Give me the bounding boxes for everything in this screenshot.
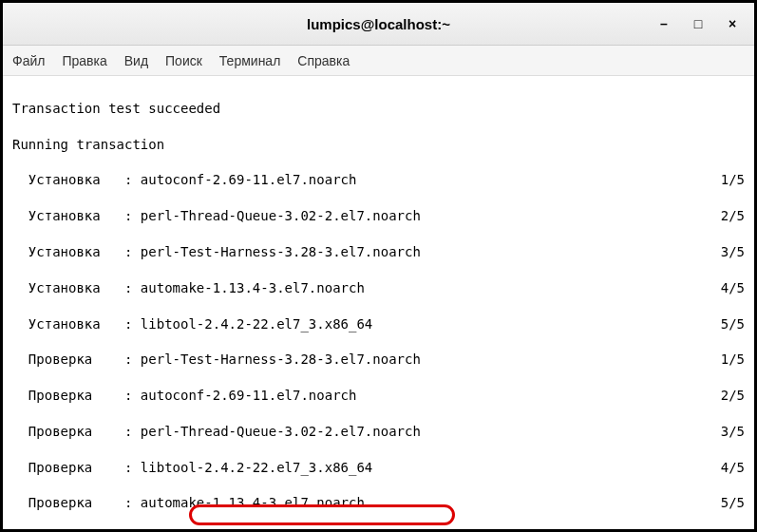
menubar: Файл Правка Вид Поиск Терминал Справка [3, 46, 754, 76]
pkg-right: 4/5 [721, 279, 745, 297]
menu-edit[interactable]: Правка [62, 53, 106, 68]
pkg-left: Установка : automake-1.13.4-3.el7.noarch [12, 279, 365, 297]
pkg-left: Установка : autoconf-2.69-11.el7.noarch [12, 171, 356, 189]
minimize-button[interactable]: – [656, 16, 672, 31]
check-row: Проверка : perl-Test-Harness-3.28-3.el7.… [12, 351, 745, 369]
check-row: Проверка : perl-Thread-Queue-3.02-2.el7.… [12, 423, 745, 441]
window-controls: – □ × [656, 16, 740, 31]
pkg-right: 3/5 [721, 423, 745, 441]
menu-help[interactable]: Справка [297, 53, 350, 68]
terminal-window: lumpics@localhost:~ – □ × Файл Правка Ви… [3, 3, 754, 529]
terminal-output[interactable]: Transaction test succeeded Running trans… [3, 76, 754, 529]
install-row: Установка : autoconf-2.69-11.el7.noarch1… [12, 171, 745, 189]
install-row: Установка : perl-Test-Harness-3.28-3.el7… [12, 243, 745, 261]
menu-file[interactable]: Файл [12, 53, 45, 68]
pkg-right: 5/5 [721, 315, 745, 333]
menu-terminal[interactable]: Терминал [219, 53, 280, 68]
pkg-right: 4/5 [721, 459, 745, 477]
titlebar: lumpics@localhost:~ – □ × [3, 3, 754, 46]
menu-search[interactable]: Поиск [165, 53, 202, 68]
maximize-button[interactable]: □ [691, 16, 706, 31]
pkg-left: Проверка : perl-Thread-Queue-3.02-2.el7.… [12, 423, 421, 441]
check-row: Проверка : libtool-2.4.2-22.el7_3.x86_64… [12, 459, 745, 477]
pkg-left: Установка : libtool-2.4.2-22.el7_3.x86_6… [12, 315, 372, 333]
install-row: Установка : perl-Thread-Queue-3.02-2.el7… [12, 207, 745, 225]
pkg-right: 1/5 [721, 171, 745, 189]
pkg-left: Проверка : perl-Test-Harness-3.28-3.el7.… [12, 351, 421, 369]
close-button[interactable]: × [725, 16, 740, 31]
pkg-right: 5/5 [721, 494, 745, 512]
output-line: Running transaction [12, 136, 745, 154]
pkg-left: Проверка : autoconf-2.69-11.el7.noarch [12, 387, 356, 405]
pkg-right: 1/5 [721, 351, 745, 369]
pkg-right: 3/5 [721, 243, 745, 261]
check-row: Проверка : autoconf-2.69-11.el7.noarch2/… [12, 387, 745, 405]
install-row: Установка : libtool-2.4.2-22.el7_3.x86_6… [12, 315, 745, 333]
window-title: lumpics@localhost:~ [307, 16, 450, 32]
pkg-right: 2/5 [721, 207, 745, 225]
output-line: Transaction test succeeded [12, 100, 745, 118]
pkg-left: Установка : perl-Thread-Queue-3.02-2.el7… [12, 207, 421, 225]
install-row: Установка : automake-1.13.4-3.el7.noarch… [12, 279, 745, 297]
pkg-left: Установка : perl-Test-Harness-3.28-3.el7… [12, 243, 421, 261]
menu-view[interactable]: Вид [124, 53, 148, 68]
check-row: Проверка : automake-1.13.4-3.el7.noarch5… [12, 494, 745, 512]
pkg-right: 2/5 [721, 387, 745, 405]
pkg-left: Проверка : automake-1.13.4-3.el7.noarch [12, 494, 365, 512]
pkg-left: Проверка : libtool-2.4.2-22.el7_3.x86_64 [12, 459, 372, 477]
